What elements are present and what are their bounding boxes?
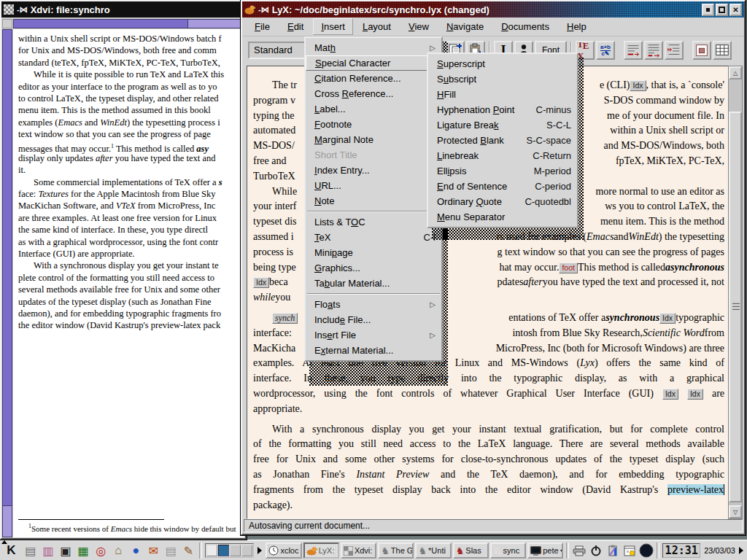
- menu-item-linebreak[interactable]: LinebreakC-Return: [428, 148, 577, 163]
- insert-marginalnote-button[interactable]: [644, 41, 663, 60]
- help-icon[interactable]: ◎: [93, 542, 109, 559]
- scrollbar-thumb[interactable]: [729, 112, 742, 502]
- pager-desktop-3[interactable]: [230, 545, 241, 556]
- menu-item-ellipsis[interactable]: EllipsisM-period: [428, 163, 577, 179]
- menu-item-protected-blank[interactable]: Protected BlankS-C-space: [428, 133, 577, 148]
- taskbar-expand-arrow[interactable]: [258, 547, 262, 554]
- pager-desktop-4[interactable]: [241, 545, 252, 556]
- menu-item-hyphenation-point[interactable]: Hyphenation PointC-minus: [428, 102, 577, 117]
- history-icon[interactable]: ▤: [163, 542, 179, 559]
- menu-item-marginal-note[interactable]: Marginal Note: [306, 132, 441, 147]
- menu-item-graphics[interactable]: Graphics...: [306, 260, 441, 276]
- Idx-inset[interactable]: Idx: [659, 313, 676, 324]
- kppp-icon[interactable]: ▦: [75, 542, 91, 559]
- home-icon[interactable]: ⌂: [110, 542, 126, 559]
- close-button[interactable]: ✕: [729, 4, 742, 16]
- menu-item-short-title[interactable]: Short Title: [306, 147, 441, 163]
- menu-item-label[interactable]: Label...: [306, 101, 441, 117]
- menu-item-minipage[interactable]: Minipage: [306, 245, 441, 260]
- menu-item-tex[interactable]: TeXC-l: [306, 230, 441, 245]
- menu-item-end-of-sentence[interactable]: End of SentenceC-period: [428, 179, 577, 194]
- organizer-tray-icon[interactable]: [622, 542, 637, 559]
- scroll-down-button[interactable]: ▽: [729, 505, 742, 518]
- change-depth-button[interactable]: [665, 41, 684, 60]
- menu-item-citation-reference[interactable]: Citation Reference...: [306, 71, 441, 86]
- menu-item-include-file[interactable]: Include File...: [306, 312, 441, 327]
- menu-item-menu-separator[interactable]: Menu Separator: [428, 209, 577, 225]
- notes-icon[interactable]: ▥: [40, 542, 56, 559]
- editor-icon[interactable]: ✎: [180, 542, 196, 559]
- maximize-button[interactable]: [716, 4, 728, 16]
- xdvi-titlebar[interactable]: -⋈ Xdvi: file:synchro: [1, 1, 245, 18]
- xdvi-vertical-scrollbar[interactable]: [2, 29, 12, 537]
- insert-footnote-button[interactable]: [624, 41, 643, 60]
- konqueror-icon[interactable]: ●: [128, 542, 144, 559]
- insert-figure-button[interactable]: [692, 41, 711, 60]
- pin-icon[interactable]: -⋈: [258, 6, 269, 14]
- menu-item-math[interactable]: Math▷: [306, 40, 441, 55]
- k-menu-button[interactable]: K: [1, 542, 21, 559]
- task-button-slas[interactable]: ♞Slas: [453, 542, 489, 559]
- print-manager-tray-icon[interactable]: [572, 542, 587, 559]
- menu-item-cross-reference[interactable]: Cross Reference...: [306, 86, 441, 101]
- Idx-inset[interactable]: Idx: [662, 389, 678, 400]
- menu-item-tabular-material[interactable]: Tabular Material...: [306, 276, 441, 291]
- menubar-item-insert[interactable]: Insert: [313, 18, 353, 35]
- menu-item-lists-toc[interactable]: Lists & TOC: [306, 214, 441, 230]
- minimize-button[interactable]: [702, 4, 714, 16]
- scroll-up-button[interactable]: △: [729, 66, 742, 79]
- xdvi-hscroll-thumb[interactable]: [14, 20, 188, 28]
- foot-inset[interactable]: foot: [559, 262, 578, 273]
- kmail-icon[interactable]: ✉: [145, 542, 161, 559]
- menubar-item-help[interactable]: Help: [559, 18, 595, 35]
- Idx-inset[interactable]: Idx: [253, 277, 269, 288]
- menu-item-subscript[interactable]: Subscript: [428, 71, 577, 87]
- menu-item-note[interactable]: Note: [306, 193, 441, 209]
- task-button-theg[interactable]: ♞The G: [378, 542, 414, 559]
- task-button-xcloc[interactable]: xcloc: [266, 542, 301, 559]
- menubar-item-file[interactable]: File: [247, 18, 278, 35]
- lyx-vertical-scrollbar[interactable]: △ ▽: [728, 66, 743, 519]
- xdvi-horizontal-scrollbar[interactable]: [13, 19, 244, 28]
- klipper-tray-icon[interactable]: [605, 542, 620, 559]
- menu-item-ligature-break[interactable]: Ligature BreakS-C-L: [428, 117, 577, 133]
- xdvi-vscroll-thumb[interactable]: [3, 30, 12, 506]
- menu-item-hfill[interactable]: HFill: [428, 87, 577, 102]
- menu-item-superscript[interactable]: Superscript: [428, 56, 577, 71]
- menu-item-index-entry[interactable]: Index Entry...: [306, 163, 441, 178]
- date-display[interactable]: 23/03/03: [702, 546, 738, 555]
- menubar-item-layout[interactable]: Layout: [355, 18, 399, 35]
- task-button-unti[interactable]: ♞*Unti: [415, 542, 451, 559]
- menu-item-url[interactable]: URL...: [306, 178, 441, 193]
- menubar-item-documents[interactable]: Documents: [493, 18, 557, 35]
- menu-item-external-material[interactable]: External Material...: [306, 343, 441, 358]
- moon-phase-tray-icon[interactable]: [639, 542, 654, 559]
- menubar-item-edit[interactable]: Edit: [279, 18, 311, 35]
- insert-table-button[interactable]: [713, 41, 732, 60]
- menu-item-footnote[interactable]: Footnote: [306, 117, 441, 132]
- pager-desktop-1[interactable]: [206, 545, 217, 556]
- konsole-icon[interactable]: ▣: [58, 542, 74, 559]
- pager-desktop-2[interactable]: [218, 545, 229, 556]
- task-button-lyx[interactable]: LyX:: [303, 542, 339, 559]
- Idx-inset[interactable]: Idx: [687, 389, 703, 400]
- menu-item-insert-file[interactable]: Insert File▷: [306, 327, 441, 343]
- pin-icon[interactable]: -⋈: [17, 6, 28, 14]
- task-button-sync[interactable]: ♘sync: [490, 542, 526, 559]
- lyx-titlebar[interactable]: -⋈ LyX: ~/doc/beginlatex/src/synchro.lyx…: [242, 1, 744, 18]
- menu-separator: [307, 293, 440, 295]
- menubar-item-navigate[interactable]: Navigate: [438, 18, 492, 35]
- task-button-xdvi[interactable]: Xdvi:: [341, 542, 376, 559]
- math-mode-button[interactable]: a+bc✎: [596, 41, 615, 60]
- menubar-item-view[interactable]: View: [400, 18, 437, 35]
- logout-tray-icon[interactable]: [589, 542, 603, 559]
- menu-item-ordinary-quote[interactable]: Ordinary QuoteC-quotedbl: [428, 194, 577, 209]
- task-button-pete[interactable]: pete: [527, 542, 563, 559]
- menu-item-special-character[interactable]: Special Character▷: [306, 55, 441, 71]
- panel-hide-arrow[interactable]: [739, 547, 743, 554]
- synch-inset[interactable]: synch: [272, 313, 298, 324]
- window-list-icon[interactable]: ▤: [23, 542, 39, 559]
- menu-item-floats[interactable]: Floats▷: [306, 297, 441, 312]
- Idx-inset[interactable]: Idx: [630, 80, 646, 91]
- digital-clock[interactable]: 12:31: [662, 543, 700, 558]
